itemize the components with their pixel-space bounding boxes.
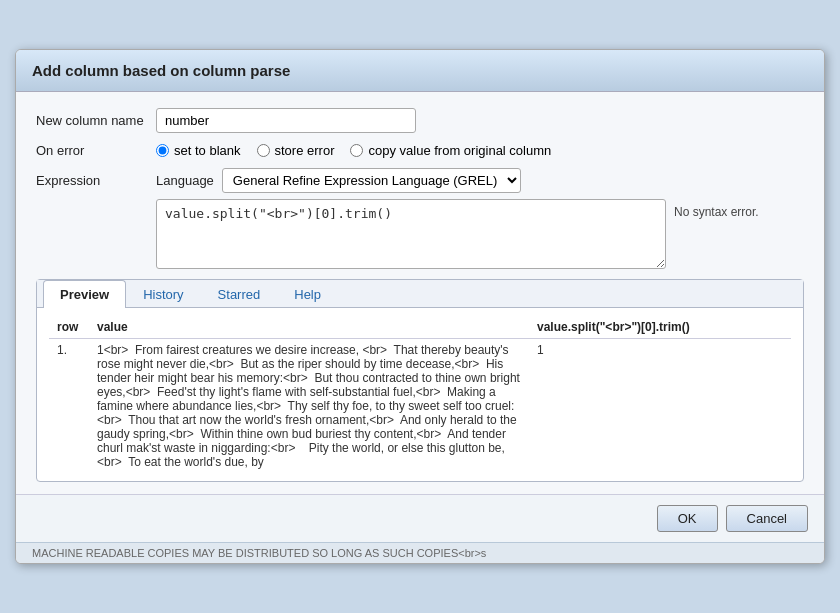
- tab-preview[interactable]: Preview: [43, 280, 126, 308]
- on-error-label: On error: [36, 143, 156, 158]
- tab-help[interactable]: Help: [277, 280, 338, 308]
- table-row: 1. 1<br> From fairest creatures we desir…: [49, 339, 791, 474]
- col-header-row: row: [49, 316, 89, 339]
- new-column-input[interactable]: [156, 108, 416, 133]
- new-column-row: New column name: [36, 108, 804, 133]
- language-row: Language General Refine Expression Langu…: [156, 168, 804, 193]
- radio-set-blank-label: set to blank: [174, 143, 241, 158]
- dialog: Add column based on column parse New col…: [15, 49, 825, 564]
- radio-copy-value[interactable]: copy value from original column: [350, 143, 551, 158]
- table-area: row value value.split("<br>")[0].trim() …: [37, 308, 803, 481]
- cell-result: 1: [529, 339, 791, 474]
- table-body: 1. 1<br> From fairest creatures we desir…: [49, 339, 791, 474]
- tab-starred[interactable]: Starred: [201, 280, 278, 308]
- language-select[interactable]: General Refine Expression Language (GREL…: [222, 168, 521, 193]
- expression-label: Expression: [36, 173, 156, 188]
- new-column-label: New column name: [36, 113, 156, 128]
- dialog-footer: OK Cancel: [16, 494, 824, 542]
- ok-button[interactable]: OK: [657, 505, 718, 532]
- language-label: Language: [156, 173, 214, 188]
- cell-row-num: 1.: [49, 339, 89, 474]
- data-table: row value value.split("<br>")[0].trim() …: [49, 316, 791, 473]
- tabs-panel: Preview History Starred Help row value v…: [36, 279, 804, 482]
- col-header-result: value.split("<br>")[0].trim(): [529, 316, 791, 339]
- tab-history[interactable]: History: [126, 280, 200, 308]
- table-head: row value value.split("<br>")[0].trim(): [49, 316, 791, 339]
- cell-value: 1<br> From fairest creatures we desire i…: [89, 339, 529, 474]
- table-header-row: row value value.split("<br>")[0].trim(): [49, 316, 791, 339]
- radio-group: set to blank store error copy value from…: [156, 143, 551, 158]
- bottom-bar: MACHINE READABLE COPIES MAY BE DISTRIBUT…: [16, 542, 824, 563]
- radio-copy-value-label: copy value from original column: [368, 143, 551, 158]
- dialog-title: Add column based on column parse: [16, 50, 824, 92]
- expression-textarea[interactable]: value.split("<br>")[0].trim(): [156, 199, 666, 269]
- cancel-button[interactable]: Cancel: [726, 505, 808, 532]
- col-header-value: value: [89, 316, 529, 339]
- tabs-header: Preview History Starred Help: [37, 280, 803, 308]
- radio-set-blank[interactable]: set to blank: [156, 143, 241, 158]
- expression-area-row: value.split("<br>")[0].trim() No syntax …: [36, 199, 804, 269]
- expression-language-row: Expression Language General Refine Expre…: [36, 168, 804, 193]
- dialog-body: New column name On error set to blank st…: [16, 92, 824, 494]
- radio-store-error-label: store error: [275, 143, 335, 158]
- bottom-bar-text: MACHINE READABLE COPIES MAY BE DISTRIBUT…: [32, 547, 486, 559]
- on-error-row: On error set to blank store error copy v…: [36, 143, 804, 158]
- radio-store-error[interactable]: store error: [257, 143, 335, 158]
- syntax-status: No syntax error.: [674, 199, 804, 219]
